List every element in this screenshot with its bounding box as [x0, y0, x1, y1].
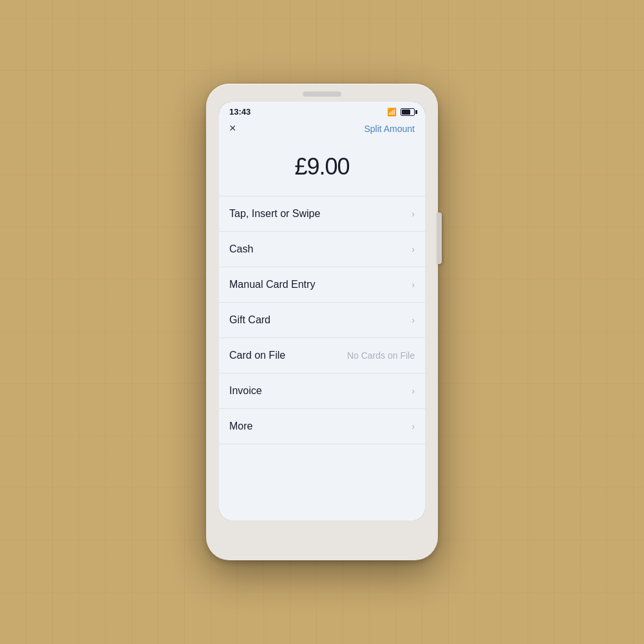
device: 13:43 📶 × Split Amount £9.00 Tap, Insert: [206, 84, 438, 560]
payment-item-label: Tap, Insert or Swipe: [229, 208, 320, 220]
payment-item-label: Cash: [229, 243, 253, 255]
amount-display: £9.00: [219, 140, 425, 196]
device-side-button: [437, 213, 442, 264]
wifi-icon: 📶: [387, 108, 397, 117]
payment-item-left: Manual Card Entry: [229, 279, 315, 290]
battery-fill: [402, 109, 410, 115]
payment-item-left: Tap, Insert or Swipe: [229, 208, 320, 220]
screen: 13:43 📶 × Split Amount £9.00 Tap, Insert: [219, 102, 425, 520]
payment-item-label: Gift Card: [229, 314, 270, 326]
chevron-right-icon: ›: [412, 421, 415, 431]
payment-item-label: More: [229, 421, 252, 432]
payment-item-manual-card-entry[interactable]: Manual Card Entry›: [219, 267, 425, 302]
payment-item-left: Invoice: [229, 385, 262, 397]
payment-item-label: Card on File: [229, 350, 285, 361]
chevron-right-icon: ›: [412, 209, 415, 219]
payment-item-left: Card on File: [229, 350, 285, 361]
amount-value: £9.00: [294, 153, 349, 180]
chevron-right-icon: ›: [412, 279, 415, 290]
status-time: 13:43: [229, 107, 251, 117]
chevron-right-icon: ›: [412, 315, 415, 325]
payment-item-left: More: [229, 421, 252, 432]
close-button[interactable]: ×: [229, 122, 236, 135]
payment-list: Tap, Insert or Swipe›Cash›Manual Card En…: [219, 196, 425, 520]
payment-item-tap-insert-swipe[interactable]: Tap, Insert or Swipe›: [219, 196, 425, 231]
payment-item-invoice[interactable]: Invoice›: [219, 373, 425, 408]
payment-item-cash[interactable]: Cash›: [219, 231, 425, 267]
payment-item-gift-card[interactable]: Gift Card›: [219, 302, 425, 337]
payment-item-left: Gift Card: [229, 314, 270, 326]
payment-item-card-on-file[interactable]: Card on FileNo Cards on File: [219, 337, 425, 373]
payment-item-label: Manual Card Entry: [229, 279, 315, 290]
payment-item-left: Cash: [229, 243, 253, 255]
split-amount-button[interactable]: Split Amount: [364, 124, 415, 134]
payment-item-note: No Cards on File: [347, 350, 415, 361]
status-icons: 📶: [387, 108, 415, 117]
battery-icon: [401, 108, 415, 116]
chevron-right-icon: ›: [412, 386, 415, 396]
nav-bar: × Split Amount: [219, 119, 425, 140]
payment-item-label: Invoice: [229, 385, 262, 397]
device-top-bar: [303, 91, 341, 97]
chevron-right-icon: ›: [412, 244, 415, 254]
payment-item-more[interactable]: More›: [219, 408, 425, 444]
screen-bezel: 13:43 📶 × Split Amount £9.00 Tap, Insert: [219, 102, 425, 520]
status-bar: 13:43 📶: [219, 102, 425, 119]
